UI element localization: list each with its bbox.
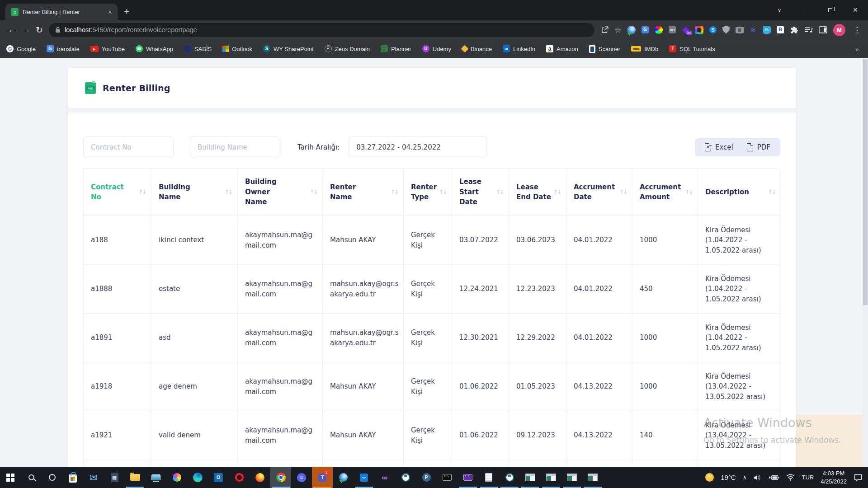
taskbar-microsoft-store[interactable]: [62, 467, 83, 488]
taskbar-internet-download-manager[interactable]: [333, 467, 354, 488]
browser-menu-icon[interactable]: ⋮: [851, 25, 863, 35]
bookmark-amazon[interactable]: aAmazon: [546, 45, 578, 52]
bookmark-whatsapp[interactable]: ☎WhatsApp: [136, 45, 173, 52]
google-translate-extension[interactable]: G: [642, 26, 649, 33]
taskbar-paint-3d[interactable]: [166, 467, 187, 488]
taskbar-vscode[interactable]: </>: [354, 467, 374, 488]
taskbar-visual-studio[interactable]: ∞: [374, 467, 395, 488]
sort-icon[interactable]: ↑↓: [138, 188, 146, 196]
taskbar-notepad[interactable]: [478, 467, 499, 488]
building-name-input[interactable]: [190, 136, 279, 158]
defender-extension[interactable]: [722, 26, 730, 34]
tab-close-icon[interactable]: ×: [106, 8, 114, 16]
profile-avatar[interactable]: M: [833, 24, 845, 36]
weather-sun-icon[interactable]: [705, 473, 714, 482]
page-scrollbar[interactable]: [862, 58, 868, 467]
reading-list-icon[interactable]: [804, 26, 813, 34]
hidden-icons-chevron[interactable]: ∧: [743, 474, 747, 481]
address-bar[interactable]: localhost:5450/report/renterinvoicerepor…: [49, 23, 594, 37]
bookmark-youtube[interactable]: ▶YouTube: [90, 46, 125, 52]
sort-icon[interactable]: ↑↓: [310, 188, 318, 196]
taskbar-app-window-3[interactable]: [561, 467, 582, 488]
bookmark-sabi-s[interactable]: SABİS: [184, 45, 212, 52]
forward-icon[interactable]: →: [19, 23, 33, 37]
taskbar-postgresql[interactable]: P: [416, 467, 437, 488]
bookmark-udemy[interactable]: UUdemy: [422, 45, 451, 52]
taskbar-calculator[interactable]: ▦: [104, 467, 125, 488]
taskbar-firefox[interactable]: [250, 467, 270, 488]
taskbar-app-window-1[interactable]: [520, 467, 541, 488]
sort-icon[interactable]: ↑↓: [553, 188, 561, 196]
sort-icon[interactable]: ↑↓: [768, 188, 776, 196]
side-panel-icon[interactable]: [819, 26, 827, 33]
taskbar-edge[interactable]: [187, 467, 208, 488]
column-header-building-owner-name[interactable]: Building Owner Name↑↓: [237, 169, 322, 216]
column-header-accrument-amount[interactable]: Accrument Amount↑↓: [632, 169, 698, 216]
bookmark-translate[interactable]: Gtranslate: [47, 45, 80, 52]
column-header-building-name[interactable]: Building Name↑↓: [151, 169, 237, 216]
sort-icon[interactable]: ↑↓: [225, 188, 233, 196]
bookmark-planner[interactable]: ≡Planner: [381, 45, 411, 52]
scrollbar-thumb[interactable]: [863, 59, 868, 305]
lens-extension[interactable]: [695, 26, 703, 34]
taskbar-app-window-2[interactable]: [541, 467, 561, 488]
taskbar-discord[interactable]: ☺: [291, 467, 312, 488]
bookmark-zeus-domain[interactable]: PZeus Domain: [325, 45, 370, 52]
premium-extension[interactable]: 34: [682, 26, 689, 33]
taskbar-cmd[interactable]: C:\: [437, 467, 458, 488]
taskbar-powershell[interactable]: C:\: [458, 467, 478, 488]
reload-icon[interactable]: ↻: [33, 23, 46, 37]
taskbar-mail[interactable]: ✉: [83, 467, 104, 488]
screenshot-extension[interactable]: [736, 27, 744, 33]
column-header-description[interactable]: Description↑↓: [698, 169, 781, 216]
sort-icon[interactable]: ↑↓: [496, 188, 504, 196]
taskbar-remote-desktop[interactable]: [146, 467, 166, 488]
tab-search-chevron-icon[interactable]: ∨: [767, 0, 792, 20]
sort-icon[interactable]: ↑↓: [439, 188, 447, 196]
column-header-lease-start-date[interactable]: Lease Start Date↑↓: [452, 169, 509, 216]
bookmark-scanner[interactable]: Scanner: [589, 45, 620, 53]
column-header-accrument-date[interactable]: Accrument Date↑↓: [566, 169, 632, 216]
taskbar-pgadmin[interactable]: [395, 467, 416, 488]
taskbar-opera[interactable]: [229, 467, 250, 488]
new-tab-button[interactable]: +: [124, 6, 130, 18]
close-button[interactable]: ×: [843, 0, 868, 20]
idm-extension[interactable]: [627, 26, 636, 34]
volume-icon[interactable]: [753, 474, 762, 481]
excel-button[interactable]: xExcel: [705, 143, 733, 151]
bookmark-google[interactable]: GGoogle: [6, 45, 36, 52]
taskbar-file-explorer[interactable]: [125, 467, 146, 488]
bitwarden-extension[interactable]: B: [777, 26, 784, 33]
color-picker-extension[interactable]: [655, 26, 663, 34]
bookmark-linkedin[interactable]: inLinkedIn: [503, 45, 535, 52]
column-header-renter-type[interactable]: Renter Type↑↓: [403, 169, 452, 216]
bookmarks-overflow-icon[interactable]: »: [855, 45, 868, 53]
extensions-puzzle-icon[interactable]: [790, 26, 798, 34]
taskbar-search[interactable]: [21, 467, 42, 488]
bookmark-wy-sharepoint[interactable]: SWY SharePoint: [263, 45, 314, 52]
wifi-icon[interactable]: [786, 474, 795, 481]
restore-button[interactable]: [817, 0, 843, 20]
taskbar-pgadmin-2[interactable]: [499, 467, 520, 488]
share-icon[interactable]: [601, 26, 609, 34]
column-header-renter-name[interactable]: Renter Name↑↓: [322, 169, 403, 216]
bookmark-outlook[interactable]: Outlook: [222, 46, 252, 52]
pdf-button[interactable]: PDF: [747, 143, 770, 151]
taskbar-clock[interactable]: 4:03 PM4/25/2022: [821, 469, 847, 485]
action-center-icon[interactable]: [854, 474, 863, 482]
taskbar-start[interactable]: [0, 467, 21, 488]
sort-icon[interactable]: ↑↓: [685, 188, 693, 196]
bookmark-sql-tutorials[interactable]: TSQL Tutorials: [669, 45, 715, 52]
bookmark-star-icon[interactable]: ☆: [615, 26, 621, 34]
fontface-extension[interactable]: FI: [763, 26, 771, 34]
contract-no-input[interactable]: [83, 136, 174, 158]
date-range-input[interactable]: [349, 136, 486, 158]
back-icon[interactable]: ←: [5, 23, 19, 37]
browser-tab[interactable]: ⌂ Renter Billing | Renter ×: [5, 4, 118, 20]
bookmark-imdb[interactable]: IMDbIMDb: [631, 46, 658, 52]
taskbar-teams[interactable]: T1: [312, 467, 333, 488]
column-header-lease-end-date[interactable]: Lease End Date↑↓: [509, 169, 566, 216]
taskbar-chrome[interactable]: [270, 467, 291, 488]
sort-icon[interactable]: ↑↓: [619, 188, 627, 196]
bookmark-binance[interactable]: Binance: [462, 46, 492, 52]
